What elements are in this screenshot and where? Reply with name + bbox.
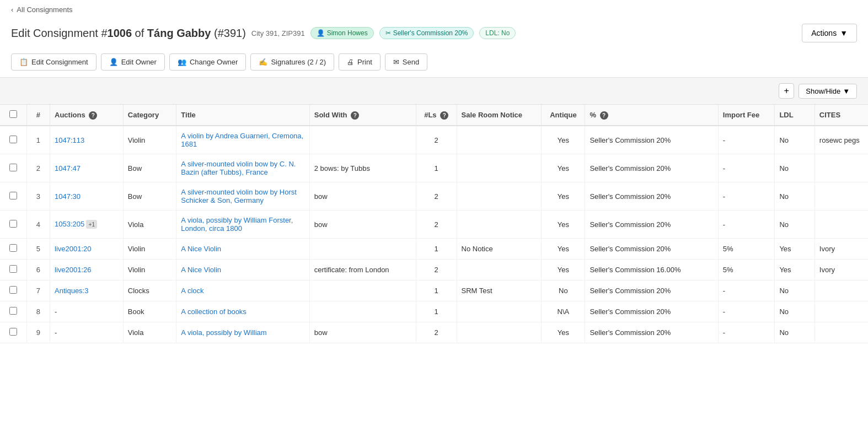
row-cites: [815, 322, 868, 343]
row-checkbox[interactable]: [9, 220, 17, 228]
col-auctions: Auctions ?: [50, 105, 124, 126]
row-title: A viola, possibly by William Forster, Lo…: [176, 210, 309, 239]
row-title: A Nice Violin: [176, 239, 309, 260]
row-checkbox-cell: [0, 260, 26, 280]
row-soldwith: 2 bows: by Tubbs: [309, 154, 416, 182]
row-antique: Yes: [542, 322, 585, 343]
auction-link[interactable]: live2001:20: [55, 245, 92, 253]
col-soldwith: Sold With ?: [309, 105, 416, 126]
row-checkbox[interactable]: [9, 265, 17, 273]
row-checkbox[interactable]: [9, 286, 17, 294]
print-button[interactable]: 🖨 Print: [339, 53, 381, 71]
row-ls: 2: [416, 126, 457, 154]
row-cites: Ivory: [815, 239, 868, 260]
row-checkbox[interactable]: [9, 164, 17, 171]
title-link[interactable]: A clock: [181, 287, 203, 295]
auction-link[interactable]: live2001:26: [55, 266, 92, 274]
row-ldl: Yes: [775, 239, 815, 260]
table-row: 21047:47BowA silver-mounted violin bow b…: [0, 154, 868, 182]
title-link[interactable]: A viola, possibly by William Forster, Lo…: [181, 216, 293, 233]
row-pct: Seller's Commission 20%: [585, 301, 718, 322]
back-label: All Consignments: [17, 6, 72, 14]
row-importfee: -: [718, 322, 775, 343]
row-checkbox[interactable]: [9, 307, 17, 315]
lots-table-wrap: # Auctions ? Category Title Sold With ?: [0, 105, 868, 343]
row-cites: [815, 280, 868, 301]
back-chevron-icon: ‹: [11, 6, 13, 14]
page-header: Edit Consignment #1006 of Táng Gabby (#3…: [0, 19, 868, 49]
auction-link[interactable]: 1053:205: [55, 220, 84, 228]
row-category: Bow: [123, 182, 176, 210]
actions-button[interactable]: Actions ▼: [802, 24, 857, 42]
row-num: 7: [26, 280, 50, 301]
col-title: Title: [176, 105, 309, 126]
row-antique: N\A: [542, 301, 585, 322]
row-num: 4: [26, 210, 50, 239]
change-owner-button[interactable]: 👥 Change Owner: [169, 53, 246, 71]
title-link[interactable]: A violin by Andrea Guarneri, Cremona, 16…: [181, 132, 303, 148]
row-checkbox[interactable]: [9, 192, 17, 199]
user-icon: 👤: [317, 29, 325, 37]
add-row-button[interactable]: +: [779, 83, 794, 99]
row-auctions: -: [50, 301, 124, 322]
title-link[interactable]: A collection of books: [181, 307, 247, 316]
send-icon: ✉: [393, 58, 399, 66]
table-row: 31047:30BowA silver-mounted violin bow b…: [0, 182, 868, 210]
auction-link[interactable]: 1047:113: [55, 136, 84, 144]
row-soldwith: bow: [309, 210, 416, 239]
row-antique: Yes: [542, 210, 585, 239]
col-ldl: LDL: [775, 105, 815, 126]
row-category: Book: [123, 301, 176, 322]
col-antique: Antique: [542, 105, 585, 126]
col-checkbox: [0, 105, 26, 126]
title-link[interactable]: A silver-mounted violin bow by C. N. Baz…: [181, 160, 296, 176]
row-num: 5: [26, 239, 50, 260]
row-ls: 1: [416, 154, 457, 182]
row-importfee: -: [718, 280, 775, 301]
table-row: 9-ViolaA viola, possibly by Williambow2Y…: [0, 322, 868, 343]
edit-owner-button[interactable]: 👤 Edit Owner: [101, 53, 165, 71]
auctions-help-icon: ?: [89, 111, 97, 120]
auction-link[interactable]: 1047:47: [55, 164, 81, 172]
table-row: 5live2001:20ViolinA Nice Violin1No Notic…: [0, 239, 868, 260]
row-soldwith: [309, 280, 416, 301]
print-icon: 🖨: [347, 58, 354, 66]
row-auctions: 1047:47: [50, 154, 124, 182]
row-auctions: 1047:30: [50, 182, 124, 210]
row-category: Violin: [123, 260, 176, 280]
row-pct: Seller's Commission 20%: [585, 126, 718, 154]
row-soldwith: [309, 126, 416, 154]
title-link[interactable]: A Nice Violin: [181, 266, 221, 274]
change-owner-icon: 👥: [178, 58, 186, 66]
title-link[interactable]: A Nice Violin: [181, 245, 221, 253]
row-antique: Yes: [542, 239, 585, 260]
row-checkbox[interactable]: [9, 136, 17, 143]
scissors-icon: ✂: [385, 29, 391, 37]
auction-link[interactable]: Antiques:3: [55, 287, 88, 295]
send-button[interactable]: ✉ Send: [385, 53, 427, 71]
row-antique: Yes: [542, 260, 585, 280]
row-checkbox[interactable]: [9, 328, 17, 336]
title-link[interactable]: A viola, possibly by William: [181, 328, 266, 337]
row-auctions: 1047:113: [50, 126, 124, 154]
row-checkbox-cell: [0, 239, 26, 260]
row-auctions: live2001:20: [50, 239, 124, 260]
row-title: A violin by Andrea Guarneri, Cremona, 16…: [176, 126, 309, 154]
row-num: 2: [26, 154, 50, 182]
row-pct: Seller's Commission 20%: [585, 154, 718, 182]
select-all-checkbox[interactable]: [9, 110, 17, 118]
toolbar: 📋 Edit Consignment 👤 Edit Owner 👥 Change…: [0, 49, 868, 78]
row-soldwith: bow: [309, 322, 416, 343]
show-hide-button[interactable]: Show/Hide ▼: [799, 84, 857, 99]
header-left: Edit Consignment #1006 of Táng Gabby (#3…: [11, 27, 516, 40]
signatures-button[interactable]: ✍ Signatures (2 / 2): [250, 53, 334, 71]
signatures-icon: ✍: [259, 58, 267, 66]
auction-link[interactable]: 1047:30: [55, 192, 81, 201]
row-cites: [815, 301, 868, 322]
edit-consignment-button[interactable]: 📋 Edit Consignment: [11, 53, 97, 71]
title-link[interactable]: A silver-mounted violin bow by Horst Sch…: [181, 188, 297, 204]
back-nav[interactable]: ‹ All Consignments: [0, 0, 868, 19]
row-checkbox[interactable]: [9, 244, 17, 252]
row-importfee: 5%: [718, 239, 775, 260]
col-ls: #Ls ?: [416, 105, 457, 126]
